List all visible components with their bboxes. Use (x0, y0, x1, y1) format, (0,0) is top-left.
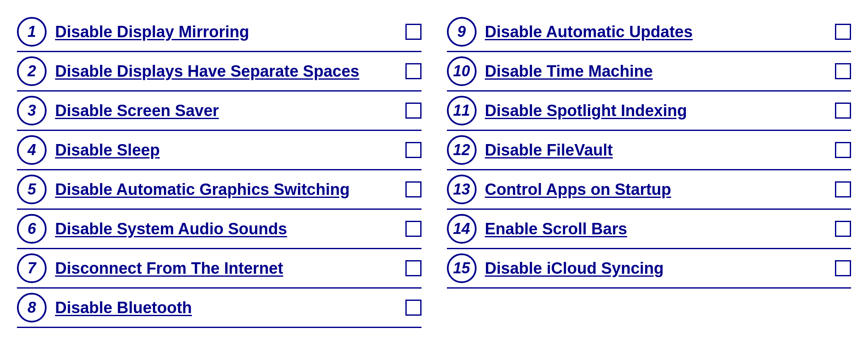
item-number: 4 (28, 141, 36, 159)
number-circle-5: 5 (17, 175, 47, 204)
item-checkbox[interactable] (405, 221, 422, 237)
item-checkbox[interactable] (835, 142, 851, 158)
list-item: 2Disable Displays Have Separate Spaces (17, 52, 422, 92)
column-2: 9Disable Automatic Updates10Disable Time… (447, 13, 851, 328)
item-checkbox[interactable] (405, 63, 422, 79)
item-checkbox[interactable] (835, 181, 851, 197)
item-number: 14 (453, 220, 470, 238)
item-number: 6 (28, 220, 36, 238)
number-circle-2: 2 (17, 56, 47, 86)
item-label: Disable Bluetooth (55, 299, 397, 317)
number-circle-1: 1 (17, 17, 47, 47)
item-checkbox[interactable] (405, 24, 422, 40)
main-container: 1Disable Display Mirroring2Disable Displ… (17, 13, 851, 328)
item-label: Disable iCloud Syncing (485, 259, 827, 278)
item-label: Disable FileVault (485, 141, 827, 159)
number-circle-8: 8 (17, 293, 47, 322)
item-label: Disable System Audio Sounds (55, 220, 397, 238)
item-number: 2 (28, 62, 36, 80)
number-circle-13: 13 (447, 175, 477, 204)
item-label: Disable Time Machine (485, 62, 827, 81)
column-1: 1Disable Display Mirroring2Disable Displ… (17, 13, 422, 328)
item-label: Disable Sleep (55, 141, 397, 159)
item-checkbox[interactable] (405, 142, 422, 158)
list-item: 3Disable Screen Saver (17, 92, 422, 131)
item-label: Disconnect From The Internet (55, 259, 397, 278)
number-circle-12: 12 (447, 135, 477, 165)
number-circle-10: 10 (447, 56, 477, 86)
item-number: 5 (28, 181, 36, 198)
item-number: 1 (28, 23, 36, 41)
item-number: 13 (453, 181, 470, 198)
list-item: 13Control Apps on Startup (447, 170, 851, 210)
number-circle-9: 9 (447, 17, 477, 47)
list-item: 15Disable iCloud Syncing (447, 249, 851, 289)
item-label: Disable Spotlight Indexing (485, 102, 827, 120)
item-number: 12 (453, 141, 470, 159)
item-label: Control Apps on Startup (485, 181, 827, 199)
list-item: 11Disable Spotlight Indexing (447, 92, 851, 131)
item-label: Disable Automatic Updates (485, 23, 827, 41)
item-checkbox[interactable] (835, 24, 851, 40)
list-item: 7Disconnect From The Internet (17, 249, 422, 289)
item-label: Disable Screen Saver (55, 102, 397, 120)
number-circle-3: 3 (17, 96, 47, 125)
number-circle-4: 4 (17, 135, 47, 165)
item-label: Disable Displays Have Separate Spaces (55, 62, 397, 81)
item-checkbox[interactable] (835, 63, 851, 79)
number-circle-7: 7 (17, 253, 47, 283)
item-label: Disable Display Mirroring (55, 23, 397, 41)
item-checkbox[interactable] (405, 103, 422, 119)
item-checkbox[interactable] (405, 260, 422, 276)
item-checkbox[interactable] (835, 221, 851, 237)
number-circle-6: 6 (17, 214, 47, 244)
list-item: 8Disable Bluetooth (17, 289, 422, 328)
item-number: 8 (28, 299, 36, 317)
list-item: 14Enable Scroll Bars (447, 210, 851, 249)
list-item: 4Disable Sleep (17, 131, 422, 170)
list-item: 1Disable Display Mirroring (17, 13, 422, 52)
number-circle-14: 14 (447, 214, 477, 244)
list-item: 5Disable Automatic Graphics Switching (17, 170, 422, 210)
number-circle-11: 11 (447, 96, 477, 125)
item-checkbox[interactable] (405, 181, 422, 197)
list-item: 10Disable Time Machine (447, 52, 851, 92)
item-number: 11 (453, 102, 470, 119)
list-item: 12Disable FileVault (447, 131, 851, 170)
item-checkbox[interactable] (405, 300, 422, 316)
item-number: 9 (457, 23, 466, 41)
item-number: 3 (28, 102, 36, 119)
item-label: Disable Automatic Graphics Switching (55, 181, 397, 199)
item-label: Enable Scroll Bars (485, 220, 827, 238)
item-checkbox[interactable] (835, 103, 851, 119)
number-circle-15: 15 (447, 253, 477, 283)
item-number: 10 (453, 62, 470, 80)
list-item: 9Disable Automatic Updates (447, 13, 851, 52)
item-number: 15 (453, 259, 470, 277)
list-item: 6Disable System Audio Sounds (17, 210, 422, 249)
item-checkbox[interactable] (835, 260, 851, 276)
item-number: 7 (28, 259, 36, 277)
